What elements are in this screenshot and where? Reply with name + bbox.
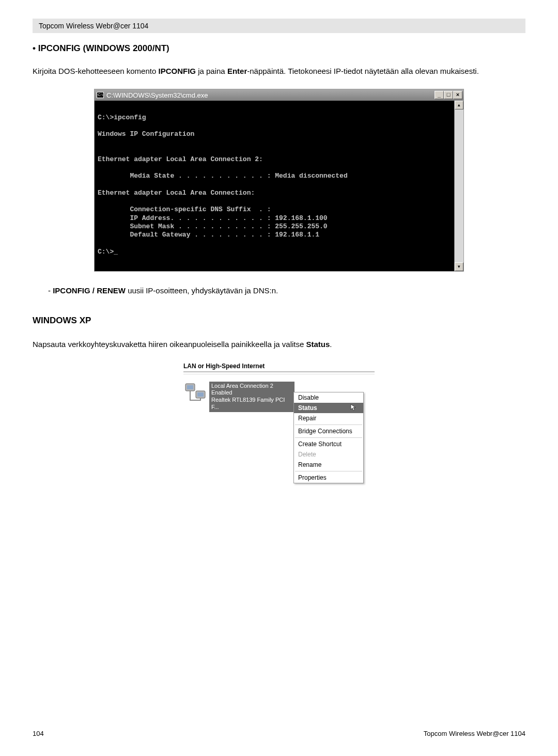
cmd-titlebar: C:\ C:\WINDOWS\System32\cmd.exe _ □ ×	[95, 89, 463, 101]
text-fragment: -näppäintä. Tietokoneesi IP-tiedot näyte…	[247, 67, 479, 75]
xp-connection-label[interactable]: Local Area Connection 2 Enabled Realtek …	[209, 382, 295, 412]
cmd-scrollbar[interactable]: ▴ ▾	[454, 101, 463, 271]
cmd-window-title: C:\WINDOWS\System32\cmd.exe	[106, 91, 208, 99]
bold-enter: Enter	[227, 67, 247, 75]
text-fragment: -	[48, 286, 53, 295]
minimize-button[interactable]: _	[435, 91, 444, 99]
cmd-titlebar-left: C:\ C:\WINDOWS\System32\cmd.exe	[97, 91, 208, 99]
menu-item-repair[interactable]: Repair	[294, 413, 363, 423]
scroll-down-button[interactable]: ▾	[455, 262, 463, 271]
connection-state: Enabled	[211, 389, 292, 397]
text-fragment: Napsauta verkkoyhteyskuvaketta hiiren oi…	[33, 340, 306, 349]
menu-item-delete: Delete	[294, 449, 363, 460]
close-button[interactable]: ×	[453, 91, 462, 99]
text-fragment: uusii IP-osoitteen, yhdyskäytävän ja DNS…	[126, 286, 278, 295]
text-fragment: .	[330, 340, 332, 349]
cmd-output: C:\>ipconfig Windows IP Configuration Et…	[95, 101, 454, 271]
menu-item-label: Status	[298, 404, 317, 412]
page-header-bar: Topcom Wireless Webr@cer 1104	[33, 19, 525, 33]
menu-item-properties[interactable]: Properties	[294, 472, 363, 483]
menu-separator	[295, 437, 362, 438]
section-heading-windowsxp: WINDOWS XP	[33, 316, 525, 326]
menu-item-bridge[interactable]: Bridge Connections	[294, 426, 363, 436]
scroll-up-button[interactable]: ▴	[455, 101, 463, 109]
svg-rect-1	[187, 385, 193, 389]
cmd-icon: C:\	[97, 92, 104, 98]
network-connection-icon	[183, 382, 209, 405]
connection-name: Local Area Connection 2	[211, 383, 292, 390]
menu-item-shortcut[interactable]: Create Shortcut	[294, 439, 363, 449]
menu-item-status[interactable]: Status	[294, 403, 363, 413]
ipconfig-renew-note: - IPCONFIG / RENEW uusii IP-osoitteen, y…	[48, 286, 525, 295]
window-buttons: _ □ ×	[435, 91, 462, 99]
section-heading-ipconfig: • IPCONFIG (WINDOWS 2000/NT)	[33, 43, 525, 54]
page-number: 104	[33, 730, 44, 737]
divider	[183, 374, 375, 374]
bold-ipconfig: IPCONFIG	[158, 67, 196, 75]
menu-separator	[295, 471, 362, 471]
svg-rect-3	[197, 392, 204, 397]
bold-status: Status	[306, 340, 330, 349]
footer-product: Topcom Wireless Webr@cer 1104	[424, 730, 525, 737]
menu-item-disable[interactable]: Disable	[294, 392, 363, 403]
cursor-icon	[350, 404, 358, 412]
context-menu: Disable Status Repair Bridge Connections…	[293, 392, 364, 483]
xp-screenshot: LAN or High-Speed Internet Local Area Co…	[183, 363, 375, 483]
text-fragment: Kirjoita DOS-kehotteeseen komento	[33, 67, 158, 75]
cmd-window: C:\ C:\WINDOWS\System32\cmd.exe _ □ × C:…	[94, 89, 464, 272]
section2-paragraph: Napsauta verkkoyhteyskuvaketta hiiren oi…	[33, 339, 525, 350]
text-fragment: ja paina	[196, 67, 227, 75]
header-title: Topcom Wireless Webr@cer 1104	[39, 22, 148, 30]
page-footer: 104 Topcom Wireless Webr@cer 1104	[33, 730, 525, 737]
menu-separator	[295, 424, 362, 425]
connection-device: Realtek RTL8139 Family PCI F...	[211, 397, 292, 411]
section1-paragraph: Kirjoita DOS-kehotteeseen komento IPCONF…	[33, 66, 525, 76]
maximize-button[interactable]: □	[444, 91, 453, 99]
menu-item-rename[interactable]: Rename	[294, 460, 363, 470]
xp-category-header: LAN or High-Speed Internet	[183, 363, 375, 372]
bold-ipconfig-renew: IPCONFIG / RENEW	[53, 286, 126, 295]
